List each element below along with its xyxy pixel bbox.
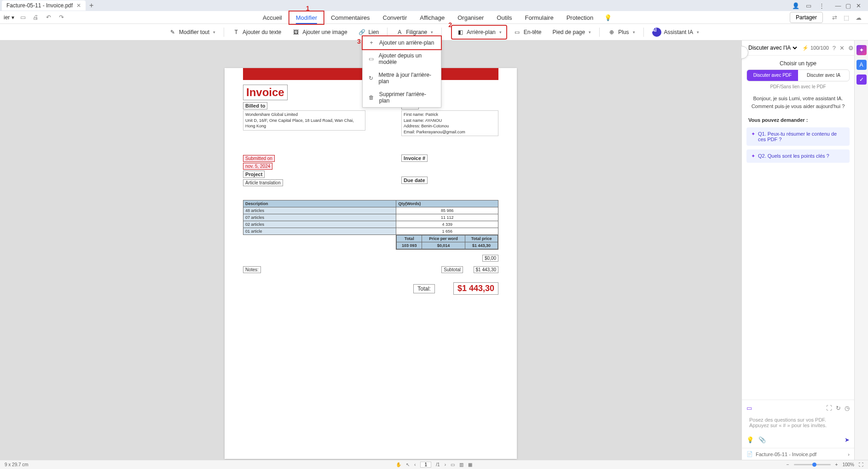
minimize-icon[interactable]: — <box>834 1 842 10</box>
tab-close-icon[interactable]: ✕ <box>76 2 81 9</box>
row-qty: 85 986 <box>396 207 498 214</box>
file-label[interactable]: ier ▾ <box>4 14 14 21</box>
ai-assistant-button[interactable]: AI Assistant IA <box>648 25 704 40</box>
redo-icon[interactable]: ↷ <box>58 13 66 22</box>
invoice-title: Invoice <box>243 85 288 100</box>
ai-panel-icon[interactable]: ✦ <box>856 45 867 55</box>
from-template-item[interactable]: ▭ Ajouter depuis un modèle <box>363 49 441 69</box>
settings-icon[interactable]: ⚙ <box>848 45 854 51</box>
translate-panel-icon[interactable]: A <box>856 60 867 70</box>
chat-input[interactable]: Posez des questions sur vos PDF. Appuyez… <box>746 414 850 433</box>
suggestion-q1[interactable]: ✦ Q1. Peux-tu résumer le contenu de ces … <box>746 127 850 146</box>
print-icon[interactable]: 🖨 <box>32 13 40 22</box>
attach-icon[interactable]: 📎 <box>758 436 766 443</box>
menu-accueil[interactable]: Accueil <box>256 11 289 24</box>
share-button[interactable]: Partager <box>790 12 823 23</box>
comment-icon[interactable]: ▭ <box>804 1 813 10</box>
remove-background-item[interactable]: 🗑 Supprimer l'arrière-plan <box>363 88 441 107</box>
sidebar-close-icon[interactable]: ✕ <box>839 45 845 51</box>
chat-pdf-option[interactable]: Discuter avec PDF <box>747 70 798 81</box>
quick-access-bar: ier ▾ ▭ 🖨 ↶ ↷ Accueil 1 Modifier Comment… <box>0 11 868 24</box>
menu-modifier[interactable]: Modifier <box>289 11 324 25</box>
lightbulb-input-icon[interactable]: 💡 <box>746 436 754 443</box>
menu-formulaire[interactable]: Formulaire <box>519 11 560 24</box>
spark-icon: ✦ <box>751 153 755 159</box>
vertical-toolbar: ✦ A ✓ <box>854 40 868 460</box>
history-icon[interactable]: ↻ <box>836 405 841 412</box>
suggestion-q2[interactable]: ✦ Q2. Quels sont les points clés ? <box>746 149 850 163</box>
document-tab[interactable]: Facture-05-11 - Invoice.pdf ✕ <box>2 0 86 11</box>
row-qty: 1 656 <box>396 228 498 235</box>
save-icon[interactable]: ▭ <box>19 13 27 22</box>
type-toggle: Discuter avec PDF Discuter avec IA <box>746 69 850 81</box>
chat-mode-select[interactable]: Discuter avec l'IA <box>746 44 799 51</box>
link-icon: 🔗 <box>359 29 366 36</box>
menu-commentaires[interactable]: Commentaires <box>324 11 376 24</box>
row-desc: 07 articles <box>243 214 396 221</box>
new-tab-button[interactable]: + <box>89 1 93 10</box>
update-background-item[interactable]: ↻ Mettre à jour l'arrière-plan <box>363 69 441 88</box>
row-desc: 48 articles <box>243 207 396 214</box>
pencil-icon: ✎ <box>169 29 176 36</box>
header-button[interactable]: ▭ En-tête <box>509 26 546 39</box>
maximize-icon[interactable]: ▢ <box>844 1 852 10</box>
chat-ai-option[interactable]: Discuter avec IA <box>798 70 849 81</box>
send-button[interactable]: ➤ <box>845 436 850 443</box>
menu-affichage[interactable]: Affichage <box>413 11 451 24</box>
trash-icon: 🗑 <box>368 94 375 101</box>
choose-type-label: Choisir un type <box>742 56 854 69</box>
due-date-label: Due date <box>401 177 427 184</box>
more-button[interactable]: ⊕ Plus <box>603 26 639 39</box>
document-page: Invoice Billed to Wondershare Global Lim… <box>225 68 517 459</box>
menu-outils[interactable]: Outils <box>490 11 518 24</box>
toolbar-icon-1[interactable]: ⇄ <box>830 13 839 22</box>
background-dropdown: + Ajouter un arrière-plan ▭ Ajouter depu… <box>362 36 441 108</box>
project-label: Project <box>243 171 265 178</box>
menu-protection[interactable]: Protection <box>560 11 600 24</box>
menu-icon[interactable]: ⋮ <box>817 1 826 10</box>
subtext: PDF/Sans lien avec le PDF <box>742 84 854 89</box>
lightbulb-icon[interactable]: 💡 <box>604 14 612 21</box>
spark-icon: ✦ <box>751 131 755 137</box>
toolbar-icon-3[interactable]: ☁ <box>854 13 862 22</box>
undo-icon[interactable]: ↶ <box>45 13 53 22</box>
subtotal-val: $1 443,30 <box>474 266 499 273</box>
invoice-number-label: Invoice # <box>401 154 428 162</box>
edit-all-button[interactable]: ✎ Modifier tout <box>164 26 220 39</box>
row-qty: 11 112 <box>396 214 498 221</box>
check-panel-icon[interactable]: ✓ <box>856 74 867 85</box>
expand-icon[interactable]: ⛶ <box>826 405 832 412</box>
more-icon: ⊕ <box>608 29 615 36</box>
header-icon: ▭ <box>514 29 521 36</box>
chevron-right-icon[interactable]: › <box>848 452 850 457</box>
refresh-icon: ↻ <box>368 75 374 81</box>
add-text-button[interactable]: T Ajouter du texte <box>228 26 286 39</box>
plus-icon: + <box>368 40 375 46</box>
add-background-item[interactable]: + Ajouter un arrière-plan <box>362 35 442 50</box>
menu-convertir[interactable]: Convertir <box>376 11 414 24</box>
menu-organiser[interactable]: Organiser <box>451 11 490 24</box>
text-icon: T <box>232 29 240 36</box>
footer-button[interactable]: Pied de page <box>548 26 596 38</box>
close-icon[interactable]: ✕ <box>854 1 862 10</box>
clock-icon[interactable]: ◷ <box>845 405 850 412</box>
input-mode-icon[interactable]: ▭ <box>746 405 752 412</box>
bolt-icon: ⚡ <box>802 45 809 51</box>
add-image-button[interactable]: 🖼 Ajouter une image <box>288 26 352 39</box>
suggestions-label: Vous pouvez demander : <box>742 114 854 126</box>
background-button[interactable]: ◧ Arrière-plan <box>451 25 507 40</box>
annotation-3: 3 <box>357 38 361 45</box>
row-desc: 01 article <box>243 228 396 235</box>
annotation-2: 2 <box>448 21 452 29</box>
zero-val: $0,00 <box>482 255 498 262</box>
help-icon[interactable]: ? <box>833 45 836 51</box>
greeting-text: Bonjour, je suis Lumi, votre assistant I… <box>742 95 854 114</box>
watermark-icon: A <box>396 29 403 36</box>
final-total-amount: $1 443,30 <box>453 282 498 295</box>
row-qty: 4 339 <box>396 221 498 228</box>
toolbar-icon-2[interactable]: ⬚ <box>842 13 851 22</box>
ai-icon: AI <box>652 28 661 37</box>
billed-to-text: Wondershare Global Limited Unit D, 16/F,… <box>243 110 365 131</box>
menu-bar: Accueil 1 Modifier Commentaires Converti… <box>256 11 612 24</box>
user-avatar-icon[interactable]: 👤 <box>792 1 800 10</box>
